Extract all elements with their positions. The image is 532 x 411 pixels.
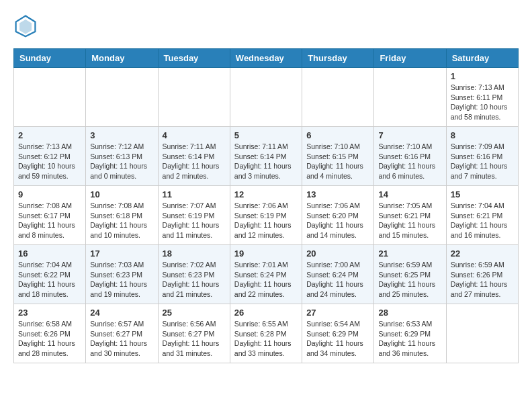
- calendar-day-cell: 14Sunrise: 7:05 AM Sunset: 6:21 PM Dayli…: [374, 186, 446, 245]
- calendar-day-cell: 10Sunrise: 7:08 AM Sunset: 6:18 PM Dayli…: [86, 186, 158, 245]
- day-info: Sunrise: 7:13 AM Sunset: 6:11 PM Dayligh…: [451, 83, 514, 122]
- calendar-day-cell: 4Sunrise: 7:11 AM Sunset: 6:14 PM Daylig…: [158, 127, 230, 186]
- day-number: 3: [90, 130, 153, 140]
- calendar-day-cell: 12Sunrise: 7:06 AM Sunset: 6:19 PM Dayli…: [230, 186, 302, 245]
- calendar-day-cell: 15Sunrise: 7:04 AM Sunset: 6:21 PM Dayli…: [446, 186, 518, 245]
- calendar-week-row: 16Sunrise: 7:04 AM Sunset: 6:22 PM Dayli…: [14, 245, 519, 304]
- calendar-day-cell: [158, 68, 230, 127]
- calendar-day-cell: 19Sunrise: 7:01 AM Sunset: 6:24 PM Dayli…: [230, 245, 302, 304]
- calendar-day-cell: 22Sunrise: 6:59 AM Sunset: 6:26 PM Dayli…: [446, 245, 518, 304]
- day-number: 12: [234, 189, 298, 199]
- day-info: Sunrise: 7:06 AM Sunset: 6:20 PM Dayligh…: [306, 201, 369, 240]
- day-number: 5: [234, 130, 298, 140]
- day-info: Sunrise: 7:13 AM Sunset: 6:12 PM Dayligh…: [18, 142, 81, 181]
- day-number: 25: [163, 308, 226, 318]
- calendar-day-cell: 21Sunrise: 6:59 AM Sunset: 6:25 PM Dayli…: [374, 245, 446, 304]
- calendar-day-cell: 24Sunrise: 6:57 AM Sunset: 6:27 PM Dayli…: [86, 304, 158, 363]
- day-number: 26: [234, 308, 298, 318]
- calendar-week-row: 2Sunrise: 7:13 AM Sunset: 6:12 PM Daylig…: [14, 127, 519, 186]
- day-number: 23: [18, 308, 81, 318]
- day-info: Sunrise: 7:06 AM Sunset: 6:19 PM Dayligh…: [234, 201, 298, 240]
- calendar-day-cell: 17Sunrise: 7:03 AM Sunset: 6:23 PM Dayli…: [86, 245, 158, 304]
- calendar-day-cell: 18Sunrise: 7:02 AM Sunset: 6:23 PM Dayli…: [158, 245, 230, 304]
- day-number: 14: [378, 189, 441, 199]
- calendar-day-cell: 1Sunrise: 7:13 AM Sunset: 6:11 PM Daylig…: [446, 68, 518, 127]
- day-info: Sunrise: 7:01 AM Sunset: 6:24 PM Dayligh…: [234, 260, 298, 300]
- calendar-day-cell: 8Sunrise: 7:09 AM Sunset: 6:16 PM Daylig…: [446, 127, 518, 186]
- calendar-day-cell: 27Sunrise: 6:54 AM Sunset: 6:29 PM Dayli…: [302, 304, 374, 363]
- calendar-day-cell: 20Sunrise: 7:00 AM Sunset: 6:24 PM Dayli…: [302, 245, 374, 304]
- calendar-day-cell: 5Sunrise: 7:11 AM Sunset: 6:14 PM Daylig…: [230, 127, 302, 186]
- day-info: Sunrise: 6:54 AM Sunset: 6:29 PM Dayligh…: [306, 319, 369, 359]
- calendar-week-row: 9Sunrise: 7:08 AM Sunset: 6:17 PM Daylig…: [14, 186, 519, 245]
- day-number: 28: [378, 308, 441, 318]
- day-info: Sunrise: 7:00 AM Sunset: 6:24 PM Dayligh…: [306, 260, 369, 300]
- calendar-day-cell: 2Sunrise: 7:13 AM Sunset: 6:12 PM Daylig…: [14, 127, 86, 186]
- calendar-day-cell: 26Sunrise: 6:55 AM Sunset: 6:28 PM Dayli…: [230, 304, 302, 363]
- day-info: Sunrise: 7:11 AM Sunset: 6:14 PM Dayligh…: [163, 142, 226, 181]
- day-info: Sunrise: 6:53 AM Sunset: 6:29 PM Dayligh…: [378, 319, 441, 359]
- day-number: 15: [451, 189, 514, 199]
- day-number: 21: [378, 248, 441, 259]
- calendar-day-cell: 7Sunrise: 7:10 AM Sunset: 6:16 PM Daylig…: [374, 127, 446, 186]
- day-number: 17: [90, 248, 153, 259]
- days-of-week-row: SundayMondayTuesdayWednesdayThursdayFrid…: [14, 49, 519, 68]
- svg-marker-1: [19, 19, 32, 34]
- logo: [13, 13, 40, 38]
- day-of-week-header: Thursday: [302, 49, 374, 68]
- day-info: Sunrise: 7:08 AM Sunset: 6:18 PM Dayligh…: [90, 201, 153, 240]
- calendar-day-cell: [14, 68, 86, 127]
- day-number: 19: [234, 248, 298, 259]
- day-info: Sunrise: 7:09 AM Sunset: 6:16 PM Dayligh…: [451, 142, 514, 181]
- day-info: Sunrise: 6:55 AM Sunset: 6:28 PM Dayligh…: [234, 319, 298, 359]
- day-number: 24: [90, 308, 153, 318]
- page-header: [13, 13, 519, 38]
- calendar-day-cell: 16Sunrise: 7:04 AM Sunset: 6:22 PM Dayli…: [14, 245, 86, 304]
- calendar-day-cell: 3Sunrise: 7:12 AM Sunset: 6:13 PM Daylig…: [86, 127, 158, 186]
- day-number: 11: [163, 189, 226, 199]
- calendar-day-cell: 13Sunrise: 7:06 AM Sunset: 6:20 PM Dayli…: [302, 186, 374, 245]
- day-number: 7: [378, 130, 441, 140]
- day-of-week-header: Sunday: [14, 49, 86, 68]
- calendar-day-cell: 11Sunrise: 7:07 AM Sunset: 6:19 PM Dayli…: [158, 186, 230, 245]
- day-info: Sunrise: 6:59 AM Sunset: 6:26 PM Dayligh…: [451, 260, 514, 300]
- calendar-day-cell: 25Sunrise: 6:56 AM Sunset: 6:27 PM Dayli…: [158, 304, 230, 363]
- day-number: 20: [306, 248, 369, 259]
- day-info: Sunrise: 7:12 AM Sunset: 6:13 PM Dayligh…: [90, 142, 153, 181]
- day-of-week-header: Saturday: [446, 49, 518, 68]
- day-number: 10: [90, 189, 153, 199]
- calendar-body: 1Sunrise: 7:13 AM Sunset: 6:11 PM Daylig…: [14, 68, 519, 363]
- day-info: Sunrise: 6:56 AM Sunset: 6:27 PM Dayligh…: [163, 319, 226, 359]
- calendar-day-cell: 28Sunrise: 6:53 AM Sunset: 6:29 PM Dayli…: [374, 304, 446, 363]
- day-number: 4: [163, 130, 226, 140]
- day-info: Sunrise: 6:58 AM Sunset: 6:26 PM Dayligh…: [18, 319, 81, 359]
- day-of-week-header: Friday: [374, 49, 446, 68]
- day-number: 2: [18, 130, 81, 140]
- calendar-day-cell: [86, 68, 158, 127]
- calendar-day-cell: [446, 304, 518, 363]
- day-number: 6: [306, 130, 369, 140]
- calendar-day-cell: 23Sunrise: 6:58 AM Sunset: 6:26 PM Dayli…: [14, 304, 86, 363]
- calendar-day-cell: 6Sunrise: 7:10 AM Sunset: 6:15 PM Daylig…: [302, 127, 374, 186]
- day-info: Sunrise: 6:59 AM Sunset: 6:25 PM Dayligh…: [378, 260, 441, 300]
- day-info: Sunrise: 7:04 AM Sunset: 6:22 PM Dayligh…: [18, 260, 81, 300]
- day-of-week-header: Tuesday: [158, 49, 230, 68]
- calendar-day-cell: [374, 68, 446, 127]
- calendar-day-cell: [230, 68, 302, 127]
- day-info: Sunrise: 6:57 AM Sunset: 6:27 PM Dayligh…: [90, 319, 153, 359]
- day-info: Sunrise: 7:05 AM Sunset: 6:21 PM Dayligh…: [378, 201, 441, 240]
- day-of-week-header: Wednesday: [230, 49, 302, 68]
- day-number: 18: [163, 248, 226, 259]
- day-info: Sunrise: 7:10 AM Sunset: 6:16 PM Dayligh…: [378, 142, 441, 181]
- day-number: 16: [18, 248, 81, 259]
- day-info: Sunrise: 7:10 AM Sunset: 6:15 PM Dayligh…: [306, 142, 369, 181]
- day-number: 27: [306, 308, 369, 318]
- day-number: 1: [451, 71, 514, 81]
- day-number: 8: [451, 130, 514, 140]
- day-info: Sunrise: 7:07 AM Sunset: 6:19 PM Dayligh…: [163, 201, 226, 240]
- calendar-table: SundayMondayTuesdayWednesdayThursdayFrid…: [13, 48, 519, 363]
- calendar-day-cell: [302, 68, 374, 127]
- calendar-day-cell: 9Sunrise: 7:08 AM Sunset: 6:17 PM Daylig…: [14, 186, 86, 245]
- day-of-week-header: Monday: [86, 49, 158, 68]
- day-number: 13: [306, 189, 369, 199]
